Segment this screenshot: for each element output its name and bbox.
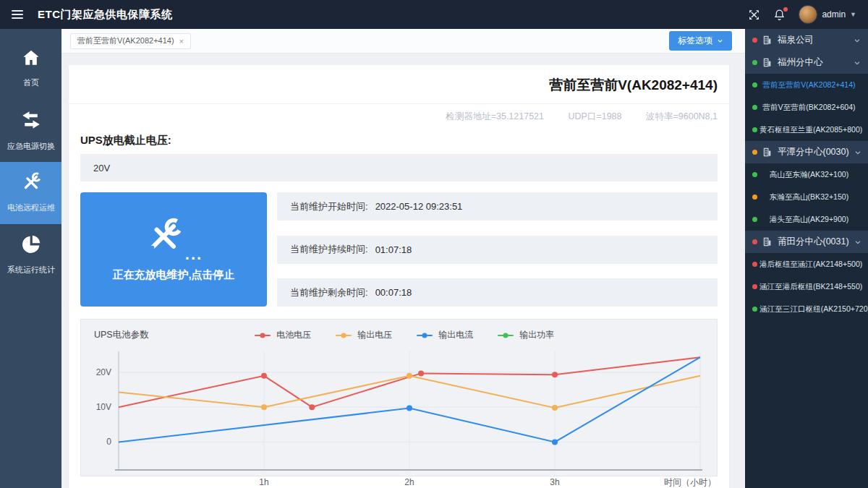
legend-label: 输出电压 [357, 329, 392, 341]
tree-item-label: 港头至高山(AK29+900) [760, 214, 859, 224]
user-name: admin [822, 9, 846, 20]
app-title: ETC门架应急供电保障系统 [38, 8, 173, 22]
status-dot-red [752, 284, 757, 289]
status-dot-green [752, 172, 757, 177]
sidebar-item-label: 首页 [22, 77, 38, 89]
tree-item[interactable]: 涵江至三江口枢纽(AK2150+720) [745, 298, 868, 320]
tree-item[interactable]: 港头至高山(AK29+900) [745, 208, 868, 231]
legend-label: 输出功率 [519, 329, 554, 341]
tree-item[interactable]: 黄石枢纽至兰重(AK2085+800) [745, 119, 868, 141]
wrench-tools-icon [21, 172, 41, 195]
sidebar-item-label: 电池远程运维 [7, 202, 54, 214]
svg-text:20V: 20V [96, 367, 111, 377]
tree-item-label: 营前V至营前(BK2082+604) [760, 102, 859, 112]
home-icon [22, 48, 41, 70]
udp-port: UDP口=1988 [569, 111, 622, 121]
sidebar-item-battery-maintenance[interactable]: 电池远程运维 [0, 162, 61, 224]
tree-item-label: 营前至营前V(AK2082+414) [760, 80, 859, 90]
device-info-row: 检测器地址=35.1217521 UDP口=1988 波特率=9600N8,1 [69, 104, 729, 126]
status-dot-red [752, 38, 757, 43]
maintenance-remaining-value: 00:07:18 [375, 287, 412, 298]
detail-card: 营前至营前V(AK2082+414) 检测器地址=35.1217521 UDP口… [69, 65, 729, 488]
legend-label: 输出电流 [438, 329, 473, 341]
status-dot-red [752, 239, 757, 244]
maintenance-remaining-label: 当前维护剩余时间: [290, 286, 368, 299]
ups-chart-panel: UPS电池参数 电池电压输出电压输出电流输出功率 010V20V1h2h3h时间… [80, 319, 718, 476]
maintenance-remaining-row: 当前维护剩余时间:00:07:18 [277, 278, 718, 307]
switch-arrows-icon [20, 109, 42, 134]
legend-label: 电池电压 [276, 329, 311, 341]
maintenance-start-label: 当前维护开始时间: [290, 200, 368, 213]
maintenance-duration-value: 01:07:18 [375, 244, 412, 255]
status-dot-red [752, 262, 757, 267]
building-icon [762, 58, 772, 67]
tree-group[interactable]: 福泉公司 [745, 29, 868, 51]
status-dot-green [752, 105, 757, 110]
legend-item[interactable]: 输出电压 [336, 329, 392, 341]
tree-group[interactable]: 莆田分中心(0031) [745, 231, 868, 253]
tag-bar: 营前至营前V(AK2082+414) × 标签选项 [61, 29, 745, 53]
maintenance-times: 当前维护开始时间:2022-05-12 09:23:51当前维护持续时间:01:… [277, 192, 718, 307]
tree-item[interactable]: 高山至东瀚(AK32+100) [745, 163, 868, 186]
maintenance-duration-row: 当前维护持续时间:01:07:18 [277, 236, 718, 264]
tree-item[interactable]: 东瀚至高山(BK32+150) [745, 186, 868, 208]
tree-item[interactable]: 营前V至营前(BK2082+604) [745, 96, 868, 119]
building-icon [762, 147, 772, 157]
detector-address: 检测器地址=35.1217521 [446, 111, 544, 121]
notifications-bell-icon[interactable] [773, 9, 786, 21]
legend-marker [336, 335, 352, 336]
tag-options-label: 标签选项 [678, 35, 712, 47]
notification-badge [783, 7, 788, 12]
tree-item-label: 涵江至三江口枢纽(AK2150+720) [760, 304, 868, 314]
chevron-down-icon [717, 38, 723, 44]
svg-text:10V: 10V [96, 402, 111, 412]
sidebar-item-statistics[interactable]: 系统运行统计 [0, 224, 61, 286]
chart-title: UPS电池参数 [94, 329, 149, 341]
menu-hamburger-icon[interactable] [12, 10, 23, 19]
chevron-down-icon [854, 37, 861, 44]
tree-item[interactable]: 涵江至港后枢纽(BK2148+550) [745, 275, 868, 298]
stop-maintenance-label: 正在充放电维护,点击停止 [112, 268, 234, 282]
legend-item[interactable]: 电池电压 [255, 329, 311, 341]
stop-maintenance-button[interactable]: ... 正在充放电维护,点击停止 [80, 192, 267, 307]
sidebar-item-power-switch[interactable]: 应急电源切换 [0, 100, 61, 162]
svg-text:1h: 1h [259, 477, 268, 487]
route-tag-label: 营前至营前V(AK2082+414) [77, 35, 174, 46]
station-tree-sidebar: 福泉公司福州分中心营前至营前V(AK2082+414)营前V至营前(BK2082… [745, 29, 868, 488]
tree-group[interactable]: 福州分中心 [745, 51, 868, 74]
legend-item[interactable]: 输出功率 [498, 329, 554, 341]
user-menu[interactable]: admin ▼ [799, 5, 856, 24]
tree-group[interactable]: 平潭分中心(0030) [745, 141, 868, 163]
chevron-down-icon: ▼ [850, 11, 856, 18]
sidebar-item-home[interactable]: 首页 [0, 38, 61, 100]
legend-item[interactable]: 输出电流 [417, 329, 473, 341]
tree-item[interactable]: 营前至营前V(AK2082+414) [745, 74, 868, 96]
status-dot-orange [752, 194, 757, 200]
maintenance-start-value: 2022-05-12 09:23:51 [375, 201, 463, 212]
ellipsis-dots: ... [185, 251, 203, 258]
maintenance-duration-label: 当前维护持续时间: [290, 243, 368, 256]
fullscreen-icon[interactable] [748, 9, 760, 21]
svg-text:2h: 2h [404, 477, 414, 487]
tag-options-button[interactable]: 标签选项 [669, 31, 732, 51]
legend-marker [498, 335, 514, 336]
tree-item[interactable]: 港后枢纽至涵江(AK2148+500) [745, 253, 868, 275]
svg-text:3h: 3h [550, 477, 559, 487]
status-dot-green [752, 60, 757, 65]
cutoff-voltage-label: UPS放电截止电压: [69, 126, 729, 154]
baud-rate: 波特率=9600N8,1 [646, 111, 718, 121]
legend-marker [255, 335, 271, 336]
chevron-down-icon [854, 239, 861, 246]
chevron-down-icon [854, 59, 861, 67]
tree-group-label: 福州分中心 [778, 56, 848, 69]
svg-text:时间（小时）: 时间（小时） [664, 477, 716, 487]
sidebar-item-label: 系统运行统计 [7, 265, 54, 276]
maintenance-row: ... 正在充放电维护,点击停止 当前维护开始时间:2022-05-12 09:… [80, 192, 718, 307]
route-tag-chip[interactable]: 营前至营前V(AK2082+414) × [70, 33, 191, 49]
maintenance-start-row: 当前维护开始时间:2022-05-12 09:23:51 [277, 192, 718, 221]
tree-group-label: 莆田分中心(0031) [778, 236, 849, 248]
tree-item-label: 东瀚至高山(BK32+150) [760, 192, 859, 202]
wrench-tools-icon [145, 218, 182, 258]
close-icon[interactable]: × [179, 37, 184, 46]
status-dot-green [752, 217, 757, 222]
